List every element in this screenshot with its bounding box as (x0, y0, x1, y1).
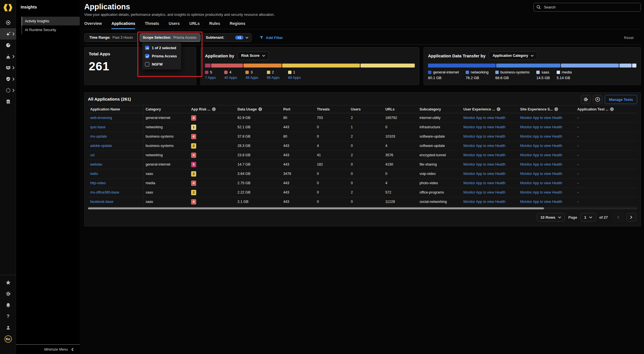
rail-item-favorites[interactable] (0, 277, 16, 288)
rail-item-settings-loop[interactable] (0, 85, 16, 96)
app-name-link[interactable]: ms-office365-base (90, 190, 119, 194)
monitor-app-link[interactable]: Monitor App to view Health (520, 200, 562, 204)
rail-item-settings[interactable] (0, 288, 16, 299)
risk-apps-link[interactable]: 40 Apps (224, 76, 237, 80)
monitor-app-link[interactable]: Monitor App to view Health (463, 144, 505, 148)
info-icon[interactable]: i (554, 107, 558, 111)
col-urls[interactable]: URLs (383, 105, 417, 113)
col-subcategory[interactable]: Subcategory (417, 105, 461, 113)
dropdown-item-ngfw[interactable]: NGFW (142, 60, 181, 68)
subtenant-filter[interactable]: Subtenant: +1 (203, 33, 252, 42)
tab-threats[interactable]: Threats (145, 21, 159, 29)
next-page-button[interactable] (626, 213, 636, 221)
rail-item-insights[interactable] (0, 28, 16, 40)
tab-applications[interactable]: Applications (111, 21, 135, 29)
col-threats[interactable]: Threats (315, 105, 349, 113)
rail-item-help[interactable]: ? (0, 311, 16, 322)
monitor-app-link[interactable]: Monitor App to view Health (520, 162, 562, 166)
ngfw-checkbox[interactable] (145, 62, 149, 66)
monitor-app-link[interactable]: Monitor App to view Health (520, 153, 562, 157)
col-app-risk[interactable]: App Risk ...i (189, 105, 235, 113)
monitor-app-link[interactable]: Monitor App to view Health (463, 181, 505, 185)
risk-apps-link[interactable]: 98 Apps (267, 76, 280, 80)
search-input[interactable] (543, 5, 638, 10)
monitor-app-link[interactable]: Monitor App to view Health (520, 144, 562, 148)
app-name-link[interactable]: facebook-base (90, 200, 113, 204)
monitor-app-link[interactable]: Monitor App to view Health (463, 190, 505, 194)
monitor-app-link[interactable]: Monitor App to view Health (520, 181, 562, 185)
brand-logo[interactable] (3, 3, 13, 12)
monitor-app-link[interactable]: Monitor App to view Health (520, 172, 562, 176)
info-icon[interactable]: i (212, 107, 216, 111)
table-download-button[interactable] (593, 95, 602, 104)
prisma-access-checkbox[interactable] (145, 54, 149, 58)
monitor-app-link[interactable]: Monitor App to view Health (520, 125, 562, 129)
app-name-link[interactable]: http-video (90, 181, 106, 185)
rail-item-dashboards[interactable] (0, 40, 16, 51)
menu-item-activity-insights[interactable]: Activity Insights (21, 17, 80, 25)
rail-item-security-posture[interactable] (0, 73, 16, 85)
risk-apps-link[interactable]: 48 Apps (245, 76, 258, 80)
menu-item-ai-runtime-security[interactable]: AI Runtime Security (21, 25, 80, 34)
rail-item-command-center[interactable] (0, 17, 16, 28)
col-category[interactable]: Category (143, 105, 189, 113)
col-application-test[interactable]: Application Test ...i (575, 105, 637, 113)
scope-selection-filter[interactable]: Scope Selection: Prisma Access (140, 33, 200, 42)
info-icon[interactable]: i (497, 107, 500, 111)
col-users[interactable]: Users (349, 105, 383, 113)
monitor-app-link[interactable]: Monitor App to view Health (463, 162, 505, 166)
monitor-app-link[interactable]: Monitor App to view Health (520, 134, 562, 138)
user-avatar[interactable]: Ko (5, 335, 12, 343)
info-icon[interactable]: i (258, 107, 262, 111)
tab-regions[interactable]: Regions (230, 21, 245, 29)
app-name-link[interactable]: ssl (90, 153, 94, 157)
monitor-app-link[interactable]: Monitor App to view Health (520, 116, 562, 120)
time-range-filter[interactable]: Time Range: Past 3 Hours (84, 33, 138, 42)
page-number-select[interactable]: 1 (580, 213, 596, 221)
dropdown-item-summary[interactable]: 1 of 2 selected (142, 44, 181, 52)
dropdown-item-prisma-access[interactable]: Prisma Access (142, 52, 181, 60)
add-filter-button[interactable]: Add Filter (260, 36, 283, 40)
info-icon[interactable]: i (610, 107, 614, 111)
rail-item-profile[interactable] (0, 322, 16, 333)
transfer-category-select[interactable]: Application Category (489, 51, 537, 60)
tab-rules[interactable]: Rules (209, 21, 220, 29)
app-name-link[interactable]: webdav (90, 162, 102, 166)
app-name-link[interactable]: web-browsing (90, 116, 112, 120)
tab-overview[interactable]: Overview (84, 21, 102, 29)
col-application-name[interactable]: Application Name (88, 105, 143, 113)
col-user-experience[interactable]: User Experience ...i (461, 105, 518, 113)
tab-urls[interactable]: URLs (189, 21, 200, 29)
app-name-link[interactable]: adobe-update (90, 144, 112, 148)
rail-item-workflows[interactable] (0, 62, 16, 73)
manage-tests-button[interactable]: Manage Tests (605, 95, 637, 104)
rail-item-account[interactable]: Ko (0, 333, 16, 345)
monitor-app-link[interactable]: Monitor App to view Health (463, 172, 505, 176)
app-name-link[interactable]: quic-base (90, 125, 105, 129)
scrollbar-thumb[interactable] (88, 207, 544, 209)
app-name-link[interactable]: twilio (90, 172, 98, 176)
table-settings-button[interactable] (581, 95, 591, 104)
horizontal-scrollbar[interactable] (88, 207, 637, 209)
col-data-usage[interactable]: Data Usagei (235, 105, 281, 113)
reset-button[interactable]: Reset (624, 36, 634, 40)
rows-per-page-select[interactable]: 10 Rows (537, 213, 565, 221)
monitor-app-link[interactable]: Monitor App to view Health (463, 125, 505, 129)
risk-apps-link[interactable]: 7 Apps (205, 76, 216, 80)
risk-score-select[interactable]: Risk Score (237, 51, 269, 60)
monitor-app-link[interactable]: Monitor App to view Health (463, 200, 505, 204)
rail-item-incidents[interactable] (0, 51, 16, 62)
monitor-app-link[interactable]: Monitor App to view Health (463, 116, 505, 120)
previous-page-button[interactable] (613, 213, 623, 221)
monitor-app-link[interactable]: Monitor App to view Health (520, 190, 562, 194)
rail-item-notifications[interactable] (0, 299, 16, 311)
col-site-experience[interactable]: Site Experience S...i (518, 105, 575, 113)
tab-users[interactable]: Users (169, 21, 180, 29)
app-name-link[interactable]: ms-update (90, 134, 107, 138)
monitor-app-link[interactable]: Monitor App to view Health (463, 134, 505, 138)
col-port[interactable]: Port (281, 105, 315, 113)
rail-item-reports[interactable] (0, 96, 16, 107)
monitor-app-link[interactable]: Monitor App to view Health (463, 153, 505, 157)
risk-apps-link[interactable]: 68 Apps (288, 76, 301, 80)
indeterminate-checkbox[interactable] (145, 46, 149, 50)
